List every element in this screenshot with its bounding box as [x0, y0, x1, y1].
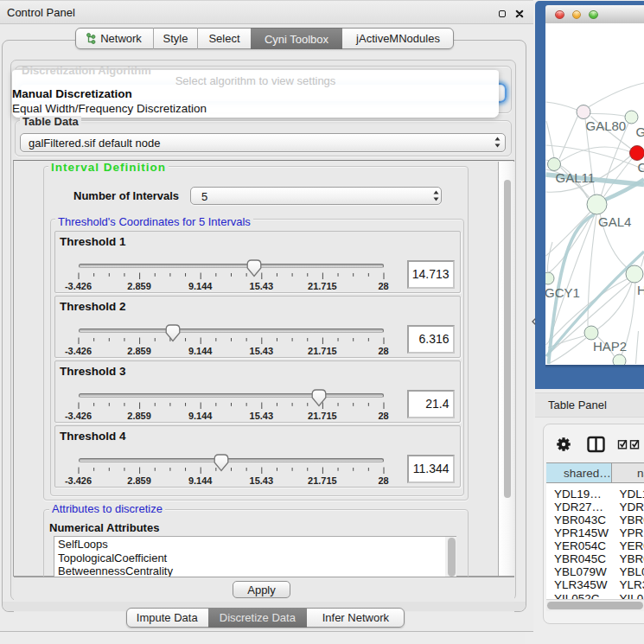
svg-text:GAL11: GAL11: [556, 170, 596, 185]
svg-text:HAP2: HAP2: [593, 339, 627, 354]
svg-text:GCY1: GCY1: [545, 285, 580, 300]
svg-text:CD: CD: [638, 160, 644, 175]
svg-text:GA: GA: [636, 124, 644, 139]
svg-text:GAL4: GAL4: [598, 214, 631, 229]
svg-text:HI: HI: [637, 283, 644, 297]
svg-text:GAL80: GAL80: [586, 118, 627, 133]
